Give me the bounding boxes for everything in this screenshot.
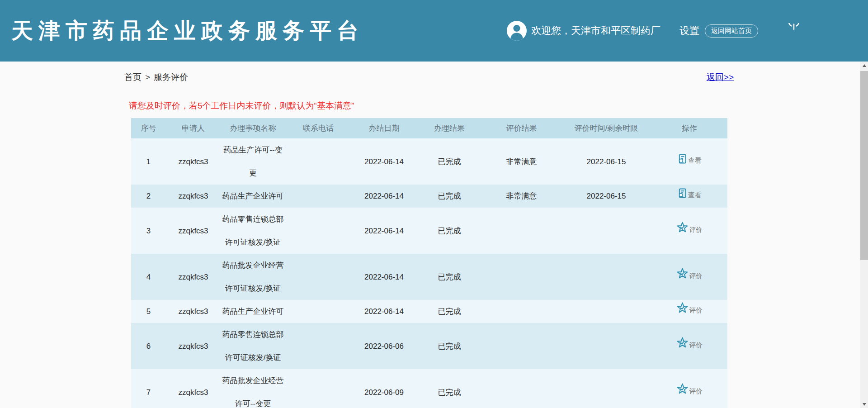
row-number: 6 [146,342,151,351]
cell-action: 查看 [651,185,727,208]
scrollbar-thumb[interactable] [860,71,868,260]
cell-item-name: 药品生产企业许可 [221,300,285,323]
cell-item-name: 药品批发企业经营许可--变更 [221,369,285,408]
notice-text: 请您及时评价，若5个工作日内未评价，则默认为“基本满意” [129,100,734,112]
star-check-icon [676,383,689,395]
cell-eval-time [561,369,651,408]
app-header: 天津市药品企业政务服务平台 欢迎您，天津市和平区制药厂 设置 返回网站首页 [0,0,868,62]
rate-label: 评价 [689,226,703,233]
cell-applicant: zzqkfcs3 [166,185,221,208]
user-avatar-icon [506,20,527,41]
rate-button[interactable]: 评价 [676,337,703,349]
cell-item-name: 药品零售连锁总部许可证核发/换证 [221,208,285,254]
logout-power-icon[interactable] [786,23,802,38]
finish-date: 2022-06-14 [364,273,404,281]
cell-no: 4 [131,254,166,300]
cell-evaluation [482,208,561,254]
cell-result: 已完成 [417,369,482,408]
result-status: 已完成 [438,388,461,397]
cell-finish-date: 2022-06-14 [351,138,417,185]
result-status: 已完成 [438,157,461,166]
cell-phone [285,254,351,300]
rate-button[interactable]: 评价 [676,302,703,314]
item-name: 药品零售连锁总部许可证核发/换证 [222,330,284,362]
rate-label: 评价 [689,272,703,280]
welcome-text: 欢迎您，天津市和平区制药厂 [531,24,660,38]
cell-eval-time: 2022-06-15 [561,138,651,185]
cell-no: 3 [131,208,166,254]
star-check-icon [676,302,689,314]
cell-action: 评价 [651,300,727,323]
rate-button[interactable]: 评价 [676,383,703,395]
row-number: 5 [146,307,151,316]
cell-result: 已完成 [417,138,482,185]
cell-item-name: 药品批发企业经营许可证核发/换证 [221,254,285,300]
cell-action: 评价 [651,323,727,369]
cell-applicant: zzqkfcs3 [166,369,221,408]
view-button[interactable]: 查看 [677,154,702,164]
star-check-icon [676,337,689,349]
rate-button[interactable]: 评价 [676,267,703,280]
back-link[interactable]: 返回>> [707,71,734,83]
breadcrumb: 首页 > 服务评价 返回>> [124,71,734,83]
applicant-name: zzqkfcs3 [178,342,208,351]
finish-date: 2022-06-14 [364,307,404,316]
home-page-button[interactable]: 返回网站首页 [705,24,758,38]
cell-item-name: 药品生产企业许可 [221,185,285,208]
cell-no: 2 [131,185,166,208]
applicant-name: zzqkfcs3 [178,157,208,166]
cell-eval-time [561,208,651,254]
rate-label: 评价 [689,306,703,314]
table-row: 2 zzqkfcs3 药品生产企业许可 2022-06-14 已完成 非常满意 … [131,185,727,208]
rate-label: 评价 [689,341,703,349]
finish-date: 2022-06-06 [364,342,404,351]
cell-eval-time: 2022-06-15 [561,185,651,208]
cell-evaluation [482,254,561,300]
cell-result: 已完成 [417,323,482,369]
finish-date: 2022-06-14 [364,227,404,235]
cell-action: 查看 [651,138,727,185]
scroll-down-arrow-icon [863,403,866,406]
settings-link[interactable]: 设置 [679,24,699,38]
finish-date: 2022-06-14 [364,192,404,200]
header-user-area: 欢迎您，天津市和平区制药厂 设置 返回网站首页 [506,20,802,41]
rate-button[interactable]: 评价 [676,221,703,233]
breadcrumb-home[interactable]: 首页 [124,71,142,83]
app-title: 天津市药品企业政务服务平台 [11,16,364,45]
cell-phone [285,185,351,208]
cell-action: 评价 [651,208,727,254]
applicant-name: zzqkfcs3 [178,307,208,316]
cell-item-name: 药品零售连锁总部许可证核发/换证 [221,323,285,369]
scroll-up-button[interactable] [860,62,868,69]
item-name: 药品批发企业经营许可--变更 [222,376,284,408]
table-row: 6 zzqkfcs3 药品零售连锁总部许可证核发/换证 2022-06-06 已… [131,323,727,369]
cell-result: 已完成 [417,185,482,208]
star-check-icon [676,267,689,280]
item-name: 药品零售连锁总部许可证核发/换证 [222,215,284,247]
cell-finish-date: 2022-06-06 [351,323,417,369]
col-finish-date: 办结日期 [351,118,417,138]
evaluation-table: 序号 申请人 办理事项名称 联系电话 办结日期 办理结果 评价结果 评价时间/剩… [131,118,727,408]
col-applicant: 申请人 [166,118,221,138]
scroll-down-button[interactable] [860,400,868,408]
cell-eval-time [561,300,651,323]
cell-evaluation: 非常满意 [482,185,561,208]
cell-no: 1 [131,138,166,185]
applicant-name: zzqkfcs3 [178,227,208,235]
result-status: 已完成 [438,342,461,351]
finish-date: 2022-06-09 [364,388,404,397]
vertical-scrollbar[interactable] [860,62,868,408]
finish-date: 2022-06-14 [364,157,404,166]
row-number: 2 [146,192,151,200]
cell-phone [285,323,351,369]
cell-no: 5 [131,300,166,323]
table-row: 5 zzqkfcs3 药品生产企业许可 2022-06-14 已完成 评价 [131,300,727,323]
result-status: 已完成 [438,227,461,235]
table-row: 4 zzqkfcs3 药品批发企业经营许可证核发/换证 2022-06-14 已… [131,254,727,300]
cell-applicant: zzqkfcs3 [166,323,221,369]
cell-finish-date: 2022-06-14 [351,185,417,208]
rate-label: 评价 [689,387,703,395]
view-button[interactable]: 查看 [677,188,702,199]
cell-evaluation [482,369,561,408]
col-result: 办理结果 [417,118,482,138]
